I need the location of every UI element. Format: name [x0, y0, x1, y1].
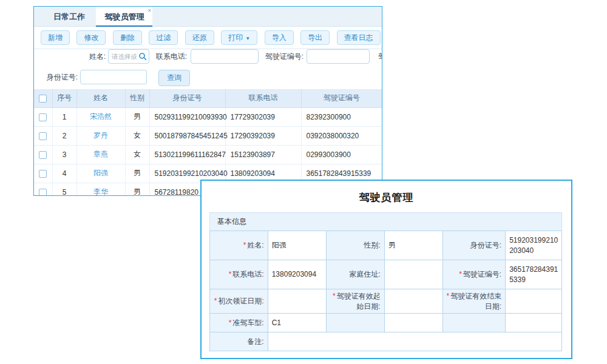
- id-filter-wrapper: [80, 70, 147, 84]
- name-field-label: *姓名:: [210, 231, 268, 260]
- license-filter-label: 驾驶证编号:: [253, 49, 304, 64]
- col-header-license: 驾驶证编号: [301, 89, 382, 107]
- first-issue-date-field-value[interactable]: [268, 289, 326, 314]
- driver-name-link[interactable]: 罗丹: [93, 131, 108, 140]
- required-asterisk: *: [229, 318, 232, 327]
- table-row: 3 章燕 女 513021199611162847 15123903897 02…: [34, 145, 382, 164]
- tab-bar: 日常工作 驾驶员管理 ×: [34, 7, 382, 27]
- col-header-phone: 联系电话: [225, 89, 301, 107]
- export-button[interactable]: 导出: [300, 30, 330, 45]
- restore-button[interactable]: 还原: [185, 30, 214, 45]
- edit-button[interactable]: 修改: [76, 30, 106, 45]
- clipped-filter-label: 驾: [375, 49, 382, 64]
- phone-filter-input[interactable]: [191, 49, 259, 64]
- required-asterisk: *: [243, 241, 246, 249]
- license-filter-wrapper: [307, 49, 370, 64]
- id-number-field-label: 身份证号:: [443, 231, 505, 260]
- valid-end-date-field-label: *驾驶证有效结束日期:: [443, 289, 505, 314]
- row-checkbox[interactable]: [39, 151, 47, 159]
- required-asterisk: *: [459, 270, 462, 278]
- row-checkbox[interactable]: [39, 189, 47, 196]
- phone-filter-label: 联系电话:: [143, 49, 187, 64]
- first-issue-date-field-label: *初次领证日期:: [210, 289, 268, 314]
- query-button[interactable]: 查询: [158, 70, 190, 86]
- address-field-value[interactable]: [384, 260, 443, 289]
- address-field-label: 家庭住址:: [326, 260, 384, 289]
- driver-name-link[interactable]: 章燕: [93, 150, 108, 158]
- empty-label-cell: [326, 314, 384, 332]
- delete-button[interactable]: 删除: [113, 30, 142, 45]
- screen: 日常工作 驾驶员管理 × 新增 修改 删除 过滤 还原 打印▼ 导入 导出 查看…: [0, 0, 607, 364]
- driver-detail-form: *姓名: 阳强 性别: 男 身份证号: 519203199210203040 *…: [209, 231, 562, 351]
- driver-list-window: 日常工作 驾驶员管理 × 新增 修改 删除 过滤 还原 打印▼ 导入 导出 查看…: [33, 6, 382, 196]
- col-header-id: 身份证号: [149, 89, 225, 107]
- chevron-down-icon: ▼: [245, 36, 250, 41]
- valid-start-date-field-label: *驾驶证有效起始日期:: [326, 289, 384, 314]
- basic-info-section-header: 基本信息: [209, 212, 562, 231]
- id-number-field-value[interactable]: 519203199210203040: [506, 231, 562, 260]
- valid-start-date-field-value[interactable]: [384, 289, 443, 314]
- driver-name-link[interactable]: 李华: [93, 187, 108, 196]
- valid-end-date-field-value[interactable]: [506, 289, 562, 314]
- name-filter-label: 姓名:: [57, 49, 106, 64]
- driver-name-link[interactable]: 阳强: [93, 169, 108, 177]
- table-header-row: 序号 姓名 性别 身份证号 联系电话 驾驶证编号: [34, 89, 382, 107]
- remark-field-value[interactable]: [268, 332, 561, 351]
- col-header-gender: 性别: [125, 89, 149, 107]
- empty-label-cell: [443, 314, 505, 332]
- table-row: 1 宋浩然 男 502931199210093930 17729302039 8…: [34, 107, 382, 126]
- filter-button[interactable]: 过滤: [149, 30, 178, 45]
- table-row: 2 罗丹 女 500187987845451245 17290392039 03…: [34, 126, 382, 145]
- name-field-value[interactable]: 阳强: [268, 231, 326, 260]
- driver-detail-dialog: 驾驶员管理 基本信息 *姓名: 阳强 性别: 男 身份证号: 519203199…: [200, 180, 572, 359]
- gender-field-label: 性别:: [326, 231, 384, 260]
- gender-field-value[interactable]: 男: [384, 231, 443, 260]
- select-all-checkbox[interactable]: [39, 95, 47, 103]
- required-asterisk: *: [229, 270, 232, 278]
- license-filter-input[interactable]: [307, 49, 370, 64]
- tab-close-icon[interactable]: ×: [148, 7, 151, 14]
- vehicle-class-field-value[interactable]: C1: [268, 314, 326, 332]
- id-filter-input[interactable]: [80, 70, 147, 84]
- required-asterisk: *: [214, 297, 217, 305]
- toolbar: 新增 修改 删除 过滤 还原 打印▼ 导入 导出 查看日志: [34, 27, 382, 49]
- print-button-label: 打印: [228, 33, 243, 42]
- remark-field-label: 备注:: [210, 332, 268, 351]
- license-no-field-label: *驾驶证编号:: [443, 260, 505, 289]
- tab-driver-management[interactable]: 驾驶员管理 ×: [96, 7, 152, 27]
- row-checkbox[interactable]: [39, 113, 47, 121]
- license-no-field-value[interactable]: 3651782843915339: [506, 260, 562, 289]
- view-log-button[interactable]: 查看日志: [337, 30, 381, 45]
- empty-value-cell: [506, 314, 562, 332]
- empty-value-cell: [384, 314, 443, 332]
- dialog-title: 驾驶员管理: [202, 190, 571, 204]
- required-asterisk: *: [333, 292, 336, 300]
- phone-field-label: *联系电话:: [210, 260, 268, 289]
- print-button[interactable]: 打印▼: [221, 30, 257, 45]
- col-header-no: 序号: [52, 89, 76, 107]
- col-header-name: 姓名: [76, 89, 125, 107]
- tab-daily-work[interactable]: 日常工作: [45, 7, 93, 27]
- tab-driver-management-label: 驾驶员管理: [104, 12, 144, 21]
- row-checkbox[interactable]: [39, 170, 47, 178]
- required-asterisk: *: [446, 292, 449, 300]
- row-checkbox[interactable]: [39, 132, 47, 140]
- import-button[interactable]: 导入: [265, 30, 294, 45]
- id-filter-label: 身份证号:: [35, 70, 78, 84]
- phone-field-value[interactable]: 13809203094: [268, 260, 326, 289]
- add-button[interactable]: 新增: [41, 30, 70, 45]
- driver-name-link[interactable]: 宋浩然: [90, 112, 112, 121]
- phone-filter-wrapper: [191, 49, 259, 64]
- vehicle-class-field-label: *准驾车型:: [210, 314, 268, 332]
